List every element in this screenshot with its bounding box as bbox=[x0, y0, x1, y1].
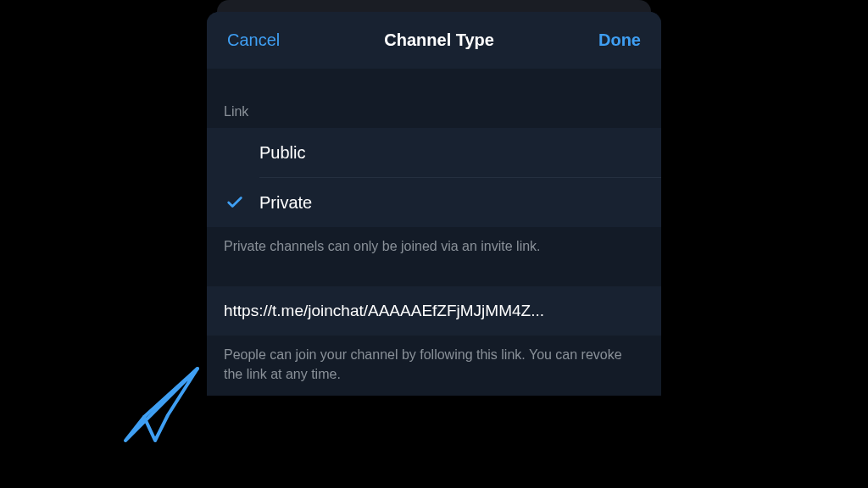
channel-type-modal: Cancel Channel Type Done Link Public Pri… bbox=[207, 12, 661, 396]
cancel-button[interactable]: Cancel bbox=[227, 30, 280, 50]
check-slot-private bbox=[225, 193, 259, 212]
invite-link-row[interactable]: https://t.me/joinchat/AAAAAEfZFjMJjMM4Z.… bbox=[207, 286, 661, 336]
option-private[interactable]: Private bbox=[207, 178, 661, 227]
option-public[interactable]: Public bbox=[207, 128, 661, 177]
invite-description: People can join your channel by followin… bbox=[207, 336, 661, 396]
section-label-link: Link bbox=[207, 96, 661, 128]
modal-title: Channel Type bbox=[384, 30, 494, 50]
section-gap bbox=[207, 69, 661, 96]
done-button[interactable]: Done bbox=[598, 30, 641, 50]
private-description: Private channels can only be joined via … bbox=[207, 227, 661, 268]
send-arrow-icon bbox=[108, 356, 210, 458]
option-label-public: Public bbox=[259, 143, 305, 163]
option-label-private: Private bbox=[259, 193, 312, 213]
modal-header: Cancel Channel Type Done bbox=[207, 12, 661, 69]
section-gap-2 bbox=[207, 268, 661, 286]
checkmark-icon bbox=[225, 193, 244, 212]
